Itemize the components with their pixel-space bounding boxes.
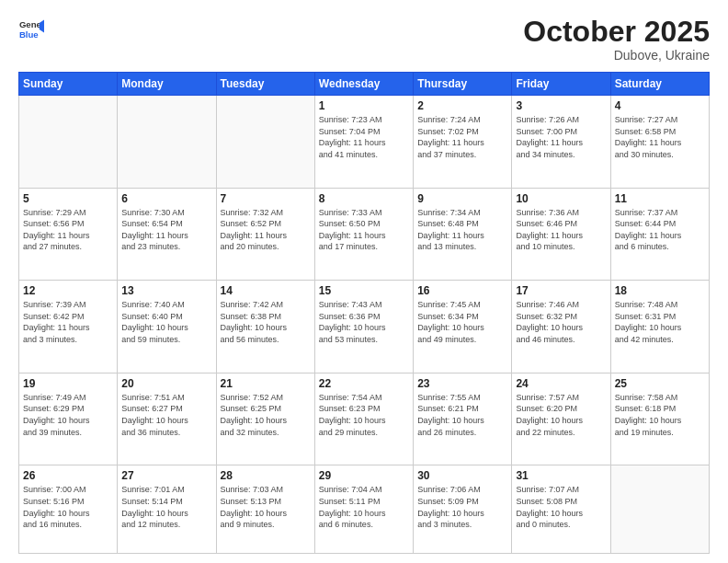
calendar-cell-w2-d5: 9Sunrise: 7:34 AM Sunset: 6:48 PM Daylig… (414, 188, 512, 281)
day-number: 30 (417, 469, 507, 482)
day-number: 28 (221, 469, 311, 482)
title-block: October 2025 Dubove, Ukraine (523, 17, 710, 63)
day-info: Sunrise: 7:06 AM Sunset: 5:09 PM Dayligh… (417, 484, 507, 530)
calendar-cell-w3-d2: 13Sunrise: 7:40 AM Sunset: 6:40 PM Dayli… (118, 281, 216, 373)
calendar-cell-w4-d4: 22Sunrise: 7:54 AM Sunset: 6:23 PM Dayli… (314, 373, 413, 465)
calendar-week-5: 26Sunrise: 7:00 AM Sunset: 5:16 PM Dayli… (19, 465, 710, 554)
calendar-header-row: Sunday Monday Tuesday Wednesday Thursday… (19, 73, 710, 96)
col-thursday: Thursday (414, 73, 512, 96)
day-info: Sunrise: 7:43 AM Sunset: 6:36 PM Dayligh… (319, 299, 409, 345)
day-number: 21 (221, 377, 311, 390)
logo: General Blue (18, 17, 44, 42)
day-info: Sunrise: 7:37 AM Sunset: 6:44 PM Dayligh… (615, 207, 705, 253)
day-info: Sunrise: 7:39 AM Sunset: 6:42 PM Dayligh… (23, 299, 113, 345)
col-tuesday: Tuesday (216, 73, 314, 96)
day-number: 31 (516, 469, 606, 482)
day-number: 1 (319, 99, 409, 112)
calendar-cell-w5-d4: 29Sunrise: 7:04 AM Sunset: 5:11 PM Dayli… (314, 465, 413, 554)
day-info: Sunrise: 7:29 AM Sunset: 6:56 PM Dayligh… (23, 207, 113, 253)
day-number: 12 (23, 284, 113, 297)
calendar-cell-w1-d4: 1Sunrise: 7:23 AM Sunset: 7:04 PM Daylig… (314, 96, 413, 189)
calendar-cell-w3-d3: 14Sunrise: 7:42 AM Sunset: 6:38 PM Dayli… (216, 281, 314, 373)
day-info: Sunrise: 7:07 AM Sunset: 5:08 PM Dayligh… (516, 484, 606, 530)
calendar-cell-w3-d7: 18Sunrise: 7:48 AM Sunset: 6:31 PM Dayli… (610, 281, 709, 373)
month-title: October 2025 (523, 17, 710, 46)
day-info: Sunrise: 7:01 AM Sunset: 5:14 PM Dayligh… (121, 484, 211, 530)
calendar-cell-w1-d1 (19, 96, 118, 189)
calendar-cell-w5-d3: 28Sunrise: 7:03 AM Sunset: 5:13 PM Dayli… (216, 465, 314, 554)
day-number: 18 (615, 284, 705, 297)
calendar-cell-w3-d4: 15Sunrise: 7:43 AM Sunset: 6:36 PM Dayli… (314, 281, 413, 373)
day-number: 9 (417, 192, 507, 205)
page: General Blue October 2025 Dubove, Ukrain… (0, 0, 728, 563)
calendar-cell-w4-d6: 24Sunrise: 7:57 AM Sunset: 6:20 PM Dayli… (512, 373, 610, 465)
day-number: 27 (121, 469, 211, 482)
day-number: 14 (221, 284, 311, 297)
col-monday: Monday (118, 73, 216, 96)
calendar-week-2: 5Sunrise: 7:29 AM Sunset: 6:56 PM Daylig… (19, 188, 710, 281)
day-info: Sunrise: 7:52 AM Sunset: 6:25 PM Dayligh… (221, 392, 311, 438)
day-info: Sunrise: 7:48 AM Sunset: 6:31 PM Dayligh… (615, 299, 705, 345)
header: General Blue October 2025 Dubove, Ukrain… (18, 17, 710, 63)
day-number: 13 (121, 284, 211, 297)
day-number: 29 (319, 469, 409, 482)
day-info: Sunrise: 7:36 AM Sunset: 6:46 PM Dayligh… (516, 207, 606, 253)
day-info: Sunrise: 7:55 AM Sunset: 6:21 PM Dayligh… (417, 392, 507, 438)
day-number: 16 (417, 284, 507, 297)
calendar-cell-w3-d5: 16Sunrise: 7:45 AM Sunset: 6:34 PM Dayli… (414, 281, 512, 373)
day-number: 22 (319, 377, 409, 390)
logo-icon: General Blue (18, 17, 44, 42)
calendar-cell-w4-d3: 21Sunrise: 7:52 AM Sunset: 6:25 PM Dayli… (216, 373, 314, 465)
day-info: Sunrise: 7:03 AM Sunset: 5:13 PM Dayligh… (221, 484, 311, 530)
day-info: Sunrise: 7:34 AM Sunset: 6:48 PM Dayligh… (417, 207, 507, 253)
calendar-cell-w3-d6: 17Sunrise: 7:46 AM Sunset: 6:32 PM Dayli… (512, 281, 610, 373)
day-info: Sunrise: 7:42 AM Sunset: 6:38 PM Dayligh… (221, 299, 311, 345)
day-number: 8 (319, 192, 409, 205)
calendar-cell-w2-d1: 5Sunrise: 7:29 AM Sunset: 6:56 PM Daylig… (19, 188, 118, 281)
col-saturday: Saturday (610, 73, 709, 96)
day-number: 26 (23, 469, 113, 482)
day-number: 3 (516, 99, 606, 112)
col-sunday: Sunday (19, 73, 118, 96)
day-number: 6 (121, 192, 211, 205)
calendar-week-3: 12Sunrise: 7:39 AM Sunset: 6:42 PM Dayli… (19, 281, 710, 373)
day-number: 17 (516, 284, 606, 297)
day-info: Sunrise: 7:45 AM Sunset: 6:34 PM Dayligh… (417, 299, 507, 345)
day-info: Sunrise: 7:57 AM Sunset: 6:20 PM Dayligh… (516, 392, 606, 438)
calendar-cell-w1-d7: 4Sunrise: 7:27 AM Sunset: 6:58 PM Daylig… (610, 96, 709, 189)
day-info: Sunrise: 7:00 AM Sunset: 5:16 PM Dayligh… (23, 484, 113, 530)
calendar-cell-w5-d7 (610, 465, 709, 554)
day-number: 24 (516, 377, 606, 390)
day-info: Sunrise: 7:04 AM Sunset: 5:11 PM Dayligh… (319, 484, 409, 530)
calendar-cell-w1-d3 (216, 96, 314, 189)
calendar-cell-w5-d2: 27Sunrise: 7:01 AM Sunset: 5:14 PM Dayli… (118, 465, 216, 554)
day-info: Sunrise: 7:26 AM Sunset: 7:00 PM Dayligh… (516, 114, 606, 160)
col-wednesday: Wednesday (314, 73, 413, 96)
day-number: 11 (615, 192, 705, 205)
day-number: 4 (615, 99, 705, 112)
day-number: 7 (221, 192, 311, 205)
calendar-week-1: 1Sunrise: 7:23 AM Sunset: 7:04 PM Daylig… (19, 96, 710, 189)
day-number: 19 (23, 377, 113, 390)
day-info: Sunrise: 7:30 AM Sunset: 6:54 PM Dayligh… (121, 207, 211, 253)
calendar-cell-w5-d6: 31Sunrise: 7:07 AM Sunset: 5:08 PM Dayli… (512, 465, 610, 554)
day-info: Sunrise: 7:58 AM Sunset: 6:18 PM Dayligh… (615, 392, 705, 438)
day-info: Sunrise: 7:49 AM Sunset: 6:29 PM Dayligh… (23, 392, 113, 438)
calendar-cell-w4-d1: 19Sunrise: 7:49 AM Sunset: 6:29 PM Dayli… (19, 373, 118, 465)
svg-text:Blue: Blue (19, 29, 39, 40)
calendar-cell-w2-d6: 10Sunrise: 7:36 AM Sunset: 6:46 PM Dayli… (512, 188, 610, 281)
day-info: Sunrise: 7:40 AM Sunset: 6:40 PM Dayligh… (121, 299, 211, 345)
day-info: Sunrise: 7:27 AM Sunset: 6:58 PM Dayligh… (615, 114, 705, 160)
day-info: Sunrise: 7:33 AM Sunset: 6:50 PM Dayligh… (319, 207, 409, 253)
calendar-cell-w1-d5: 2Sunrise: 7:24 AM Sunset: 7:02 PM Daylig… (414, 96, 512, 189)
day-number: 5 (23, 192, 113, 205)
day-number: 2 (417, 99, 507, 112)
calendar-cell-w4-d2: 20Sunrise: 7:51 AM Sunset: 6:27 PM Dayli… (118, 373, 216, 465)
day-number: 10 (516, 192, 606, 205)
calendar-cell-w1-d6: 3Sunrise: 7:26 AM Sunset: 7:00 PM Daylig… (512, 96, 610, 189)
location: Dubove, Ukraine (523, 48, 710, 63)
calendar-cell-w5-d1: 26Sunrise: 7:00 AM Sunset: 5:16 PM Dayli… (19, 465, 118, 554)
calendar-cell-w3-d1: 12Sunrise: 7:39 AM Sunset: 6:42 PM Dayli… (19, 281, 118, 373)
day-info: Sunrise: 7:23 AM Sunset: 7:04 PM Dayligh… (319, 114, 409, 160)
day-number: 20 (121, 377, 211, 390)
